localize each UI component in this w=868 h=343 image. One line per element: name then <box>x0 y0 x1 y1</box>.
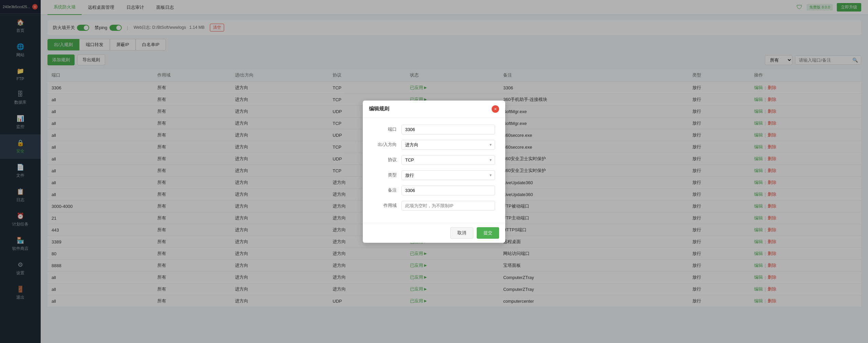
cancel-button[interactable]: 取消 <box>450 227 473 239</box>
protocol-label: 协议 <box>373 157 397 163</box>
form-row-port: 端口 <box>373 125 495 134</box>
edit-rule-modal: 编辑规则 × 端口 出/入方向 进方向 出方向 ▼ 协议 <box>363 101 505 243</box>
modal-close-button[interactable]: × <box>492 105 499 113</box>
port-input[interactable] <box>401 125 495 134</box>
note-label: 备注 <box>373 187 397 193</box>
direction-select-wrap: 进方向 出方向 ▼ <box>401 140 495 150</box>
type-select[interactable]: 放行 拒绝 <box>401 170 495 180</box>
port-label: 端口 <box>373 126 397 132</box>
scope-label: 作用域 <box>373 202 397 209</box>
modal-footer: 取消 提交 <box>363 223 505 243</box>
form-row-direction: 出/入方向 进方向 出方向 ▼ <box>373 140 495 150</box>
form-row-scope: 作用域 <box>373 201 495 211</box>
form-row-protocol: 协议 TCP UDP TCP/UDP ▼ <box>373 155 495 165</box>
form-row-note: 备注 <box>373 186 495 195</box>
modal-header: 编辑规则 × <box>363 101 505 118</box>
submit-button[interactable]: 提交 <box>477 227 499 239</box>
type-label: 类型 <box>373 172 397 178</box>
protocol-select-wrap: TCP UDP TCP/UDP ▼ <box>401 155 495 165</box>
modal-title: 编辑规则 <box>369 106 389 112</box>
scope-input[interactable] <box>401 201 495 211</box>
form-row-type: 类型 放行 拒绝 ▼ <box>373 170 495 180</box>
modal-overlay: 编辑规则 × 端口 出/入方向 进方向 出方向 ▼ 协议 <box>0 0 868 343</box>
modal-body: 端口 出/入方向 进方向 出方向 ▼ 协议 TCP UDP <box>363 118 505 223</box>
direction-select[interactable]: 进方向 出方向 <box>401 140 495 150</box>
type-select-wrap: 放行 拒绝 ▼ <box>401 170 495 180</box>
note-input[interactable] <box>401 186 495 195</box>
protocol-select[interactable]: TCP UDP TCP/UDP <box>401 155 495 165</box>
direction-label: 出/入方向 <box>373 142 397 148</box>
